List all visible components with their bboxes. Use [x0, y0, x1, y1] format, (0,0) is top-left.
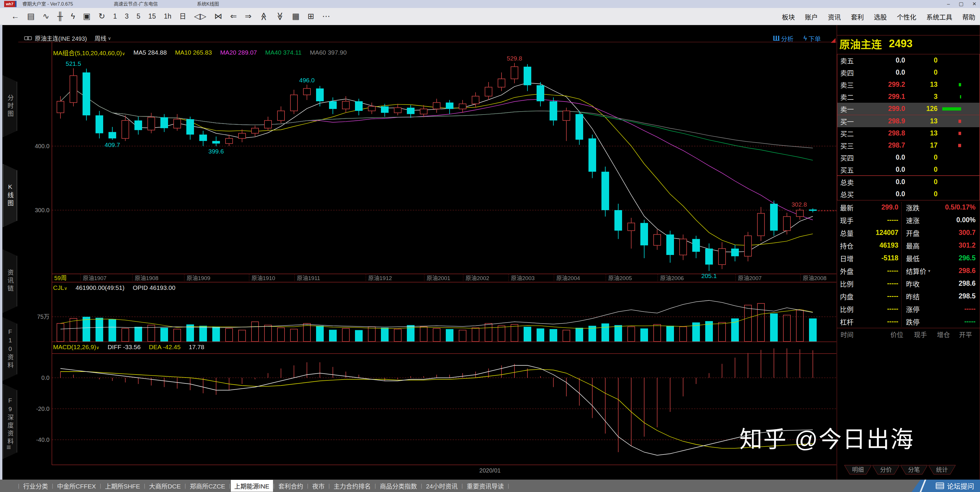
info-value: 124007 — [866, 229, 898, 237]
exchange-tab-12[interactable]: 重要资讯导读 — [463, 480, 508, 492]
flash-order-button[interactable]: ϟ — [71, 13, 75, 20]
compress-icon: ◁▷ — [194, 12, 206, 21]
exchange-tab-9[interactable]: 主力合约排名 — [330, 480, 374, 492]
board-button[interactable]: ▤ — [27, 13, 35, 20]
menu-item-6[interactable]: 个性化 — [897, 12, 916, 21]
forum-button[interactable]: 论坛提问 — [912, 479, 980, 492]
book-row-price: 299.2 — [867, 81, 905, 89]
more-button[interactable]: ⋯ — [322, 13, 330, 20]
exchange-tab-5[interactable]: 郑商所CZCE — [186, 480, 229, 492]
close-button[interactable]: ✕ — [972, 0, 977, 8]
menu-item-5[interactable]: 选股 — [874, 12, 887, 21]
compress-button[interactable]: ◁▷ — [194, 13, 206, 20]
back-button[interactable]: ← — [11, 13, 19, 20]
book-row[interactable]: 卖三299.213 — [837, 78, 979, 91]
save-icon: ▣ — [83, 12, 91, 21]
macd-indicator-label[interactable]: MACD(12,26,9) — [53, 343, 96, 350]
period-15min-button[interactable]: 15 — [148, 13, 156, 20]
line-chart-button[interactable]: ∿ — [43, 13, 49, 20]
menu-item-7[interactable]: 系统工具 — [926, 12, 952, 21]
trade-column-4: 增仓 — [927, 329, 950, 339]
tab-separator: | — [100, 483, 101, 489]
book-row[interactable]: 卖一299.0126 — [837, 103, 979, 115]
kline-chart[interactable]: 400.0300.075万0.0-20.0-40.059周原油1907原油190… — [18, 42, 837, 473]
exchange-tab-8[interactable]: 夜市 — [309, 480, 328, 492]
exchange-tab-7[interactable]: 套利合约 — [275, 480, 307, 492]
scroll-up-button[interactable]: ≫ — [259, 13, 268, 20]
book-row[interactable]: 买一298.913 — [837, 115, 979, 127]
expand-button[interactable]: ⋈ — [214, 13, 222, 20]
window-split-button[interactable]: ▦ — [292, 13, 300, 20]
info-value: ----- — [866, 318, 898, 326]
book-row[interactable]: 卖五0.00 — [837, 54, 979, 66]
sidebar-tab-4[interactable]: F10资料 — [3, 317, 17, 381]
exchange-tab-2[interactable]: 中金所CFFEX — [53, 480, 99, 492]
macd-indicator-bar[interactable]: MACD(12,26,9)∨ DIFF -33.56 DEA -42.45 17… — [53, 343, 204, 351]
menu-item-8[interactable]: 帮助 — [963, 12, 975, 21]
book-row[interactable]: 买三298.717 — [837, 139, 979, 152]
book-row[interactable]: 买五0.00 — [837, 163, 979, 176]
period-day-button[interactable]: 日 — [179, 13, 186, 20]
info-label: 日增 — [837, 253, 866, 263]
period-5min-button[interactable]: 5 — [137, 13, 140, 20]
quote-symbol[interactable]: 原油主连 2493 — [837, 35, 980, 52]
menu-item-1[interactable]: 板块 — [782, 12, 795, 21]
minimize-button[interactable]: – — [947, 0, 950, 8]
exchange-tab-6[interactable]: 上期能源INE — [231, 480, 273, 492]
volume-indicator-bar[interactable]: CJL∨ 461900.00(49:51) OPID 46193.00 — [53, 284, 175, 292]
sidebar-tab-3[interactable]: 资讯链 — [3, 249, 17, 313]
quote-tab-4[interactable]: 统计 — [928, 465, 956, 474]
period-selector[interactable]: 周线 ∨ — [95, 34, 111, 43]
menu-item-4[interactable]: 套利 — [851, 12, 864, 21]
page-right-button[interactable]: ⇒ — [245, 13, 251, 20]
period-1min-button[interactable]: 1 — [113, 13, 117, 20]
page-left-button[interactable]: ⇐ — [230, 13, 237, 20]
book-row-price: 0.0 — [867, 153, 905, 161]
sidebar-tab-1[interactable]: 分时图 — [3, 75, 17, 137]
volume-indicator-label[interactable]: CJL — [53, 284, 64, 291]
x-axis-label: 原油2003 — [511, 275, 535, 281]
y-axis-label: 400.0 — [35, 143, 49, 149]
ma-group-label[interactable]: MA组合(5,10,20,40,60,0) — [53, 50, 122, 56]
book-row[interactable]: 卖二299.13 — [837, 91, 979, 103]
refresh-button[interactable]: ↻ — [99, 13, 105, 20]
scroll-down-button[interactable]: ≫ — [276, 13, 284, 20]
window-cascade-button[interactable]: ⊞ — [307, 13, 314, 20]
exchange-tab-1[interactable]: 行业分类 — [20, 480, 52, 492]
ma-indicator-bar[interactable]: MA组合(5,10,20,40,60,0)∨ MA5 284.88 MA10 2… — [53, 49, 347, 56]
link-icon[interactable] — [24, 36, 32, 40]
exchange-tab-4[interactable]: 大商所DCE — [146, 480, 184, 492]
analysis-button[interactable]: 分析 — [773, 34, 793, 43]
book-row[interactable]: 买四0.00 — [837, 152, 979, 163]
book-row-bar-area — [937, 139, 979, 152]
exchange-tab-3[interactable]: 上期所SHFE — [102, 480, 143, 492]
analysis-label: 分析 — [781, 34, 793, 43]
period-1hour-button[interactable]: 1h — [164, 13, 172, 20]
x-axis-label: 原油2008 — [803, 275, 826, 281]
kline-button[interactable]: ╫ — [57, 13, 63, 20]
period-3min-button[interactable]: 3 — [125, 13, 129, 20]
period-1min-icon: 1 — [113, 13, 117, 20]
info-label[interactable]: 结算价▾ — [898, 266, 941, 276]
hamburger-menu-icon[interactable]: ≡ — [6, 443, 11, 452]
info-label: 最新 — [837, 203, 866, 212]
caret-down-icon: ∨ — [64, 286, 67, 291]
quote-tab-2[interactable]: 分价 — [872, 465, 899, 474]
quote-tab-1[interactable]: 明细 — [845, 465, 872, 474]
exchange-tab-10[interactable]: 商品分类指数 — [376, 480, 420, 492]
save-button[interactable]: ▣ — [83, 13, 91, 20]
symbol-title: 原油主连(INE 2493) — [35, 34, 87, 43]
caret-down-icon: ∨ — [96, 345, 99, 350]
menu-item-3[interactable]: 资讯 — [828, 12, 841, 21]
quote-tab-3[interactable]: 分笔 — [900, 465, 928, 474]
order-button[interactable]: ϟ 下单 — [803, 34, 821, 43]
sidebar-tab-2[interactable]: K线图 — [3, 164, 17, 227]
exchange-tab-11[interactable]: 24小时资讯 — [423, 480, 461, 492]
page-right-icon: ⇒ — [245, 12, 251, 21]
book-row[interactable]: 买二298.813 — [837, 127, 979, 139]
maximize-button[interactable]: ▢ — [959, 0, 964, 8]
book-row[interactable]: 卖四0.00 — [837, 66, 979, 78]
quote-info-row: 内盘-----昨结298.5 — [837, 290, 980, 302]
x-axis-label: 原油1907 — [83, 275, 107, 281]
menu-item-2[interactable]: 账户 — [805, 12, 818, 21]
